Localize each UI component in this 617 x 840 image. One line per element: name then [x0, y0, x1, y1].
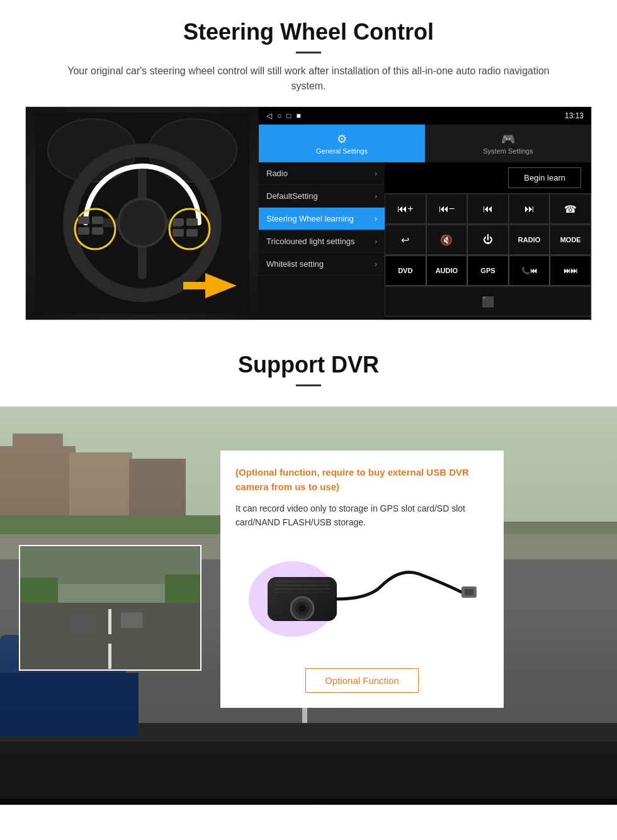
svg-rect-60 — [465, 589, 473, 595]
menu-panel: Radio › DefaultSetting › Steering Wheel … — [259, 162, 385, 320]
svg-rect-14 — [173, 218, 184, 226]
svg-point-7 — [118, 199, 166, 247]
vol-minus-btn[interactable]: ⏮− — [426, 194, 468, 224]
steering-wheel-section: Steering Wheel Control Your original car… — [0, 0, 617, 333]
control-row-1: ⏮+ ⏮− ⏮ ⏭ ☎ — [385, 194, 591, 225]
radio-btn[interactable]: RADIO — [509, 225, 550, 255]
menu-item-default[interactable]: DefaultSetting › — [259, 185, 385, 208]
svg-rect-11 — [78, 227, 89, 235]
svg-rect-47 — [165, 574, 201, 603]
steering-wheel-image — [26, 107, 259, 320]
dvr-info-card: (Optional function, require to buy exter… — [220, 451, 504, 708]
wheel-background — [26, 107, 259, 320]
dvr-content-row: (Optional function, require to buy exter… — [0, 406, 617, 727]
back-nav-icon[interactable]: ◁ — [266, 111, 272, 120]
menu-item-radio-label: Radio — [266, 169, 288, 178]
home-nav-icon[interactable]: ○ — [277, 111, 281, 120]
gps-btn[interactable]: GPS — [467, 255, 509, 286]
svg-rect-45 — [121, 612, 143, 628]
section-subtitle: Your original car's steering wheel contr… — [57, 64, 560, 94]
next-btn[interactable]: ⏭ — [509, 194, 550, 224]
dvr-section-title: Support DVR — [0, 352, 617, 378]
dvr-screenshot-image — [19, 545, 201, 671]
control-row-2: ↩ 🔇 ⏻ RADIO MODE — [385, 225, 591, 255]
extra-icon-btn[interactable]: ⬛ — [385, 286, 591, 316]
system-settings-icon: 🎮 — [501, 132, 515, 146]
statusbar-nav-icons: ◁ ○ □ ■ — [266, 111, 301, 120]
prev-btn[interactable]: ⏮ — [467, 194, 509, 224]
menu-item-radio[interactable]: Radio › — [259, 162, 385, 185]
controls-panel: Begin learn ⏮+ ⏮− ⏮ ⏭ ☎ ↩ 🔇 ⏻ — [385, 162, 591, 320]
dvr-title-area: Support DVR — [0, 333, 617, 406]
svg-point-58 — [298, 605, 306, 612]
svg-rect-19 — [183, 282, 207, 289]
dvr-camera-product-image — [235, 542, 489, 656]
menu-arrow-tricolour: › — [375, 237, 377, 246]
dvr-section: Support DVR — [0, 333, 617, 805]
control-row-4: ⬛ — [385, 286, 591, 317]
vol-plus-btn[interactable]: ⏮+ — [385, 194, 426, 224]
menu-item-whitelist-label: Whitelist setting — [266, 259, 324, 269]
begin-learn-button[interactable]: Begin learn — [508, 167, 581, 188]
menu-item-whitelist[interactable]: Whitelist setting › — [259, 253, 385, 276]
menu-nav-icon[interactable]: ■ — [297, 111, 301, 120]
begin-learn-row: Begin learn — [385, 162, 591, 194]
menu-item-steering-label: Steering Wheel learning — [266, 214, 354, 223]
statusbar-time: 13:13 — [565, 111, 584, 120]
control-row-3: DVD AUDIO GPS 📞⏮ ⏭⏭ — [385, 255, 591, 286]
tab-system-label: System Settings — [483, 147, 533, 155]
page-title: Steering Wheel Control — [25, 19, 592, 45]
menu-item-tricolour-label: Tricoloured light settings — [266, 237, 354, 246]
tab-general-label: General Settings — [316, 147, 368, 155]
android-statusbar: ◁ ○ □ ■ 13:13 — [259, 107, 591, 125]
svg-rect-16 — [173, 229, 184, 237]
title-divider — [296, 52, 321, 53]
back-btn[interactable]: ↩ — [385, 225, 426, 255]
menu-arrow-whitelist: › — [375, 260, 377, 269]
svg-rect-42 — [108, 609, 111, 634]
mode-btn[interactable]: MODE — [550, 225, 591, 255]
power-btn[interactable]: ⏻ — [467, 225, 509, 255]
steering-wheel-svg — [35, 113, 249, 314]
svg-rect-17 — [186, 229, 198, 237]
menu-arrow-radio: › — [375, 169, 377, 178]
svg-rect-12 — [92, 216, 103, 224]
menu-arrow-default: › — [375, 192, 377, 201]
next-next-btn[interactable]: ⏭⏭ — [550, 255, 591, 286]
phone-btn[interactable]: ☎ — [550, 194, 591, 224]
dvr-description: It can record video only to storage in G… — [235, 501, 489, 530]
dvr-road-svg — [20, 546, 201, 671]
steering-demo-area: ◁ ○ □ ■ 13:13 ⚙ General Settings 🎮 Syste… — [25, 106, 592, 320]
tab-system-settings[interactable]: 🎮 System Settings — [425, 125, 591, 162]
phone-prev-btn[interactable]: 📞⏮ — [509, 255, 550, 286]
dvr-title-divider — [296, 384, 321, 386]
dvr-camera-svg — [242, 549, 482, 649]
svg-rect-35 — [0, 736, 617, 798]
dvr-optional-title: (Optional function, require to buy exter… — [235, 466, 489, 494]
dvr-screenshot-container — [19, 545, 201, 671]
recent-nav-icon[interactable]: □ — [286, 111, 291, 120]
audio-btn[interactable]: AUDIO — [426, 255, 468, 286]
mute-btn[interactable]: 🔇 — [426, 225, 468, 255]
dvd-btn[interactable]: DVD — [385, 255, 426, 286]
android-tabs: ⚙ General Settings 🎮 System Settings — [259, 125, 591, 162]
svg-rect-13 — [92, 227, 103, 235]
optional-function-btn-container: Optional Function — [235, 668, 489, 693]
tab-general-settings[interactable]: ⚙ General Settings — [259, 125, 425, 162]
menu-arrow-steering: › — [375, 215, 377, 223]
general-settings-icon: ⚙ — [337, 132, 347, 146]
svg-rect-15 — [186, 218, 198, 226]
menu-item-default-label: DefaultSetting — [266, 191, 318, 201]
svg-rect-44 — [71, 615, 96, 633]
menu-item-tricolour[interactable]: Tricoloured light settings › — [259, 230, 385, 253]
svg-rect-46 — [20, 578, 58, 603]
optional-function-button[interactable]: Optional Function — [305, 668, 419, 693]
svg-rect-10 — [78, 216, 89, 224]
android-body: Radio › DefaultSetting › Steering Wheel … — [259, 162, 591, 320]
svg-rect-43 — [108, 644, 111, 669]
menu-item-steering[interactable]: Steering Wheel learning › — [259, 208, 385, 230]
android-ui-panel: ◁ ○ □ ■ 13:13 ⚙ General Settings 🎮 Syste… — [259, 107, 591, 320]
